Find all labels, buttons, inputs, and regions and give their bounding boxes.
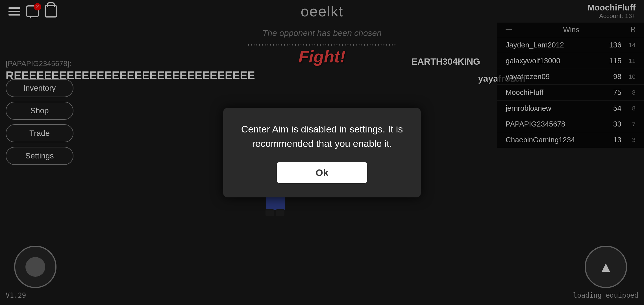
center-aim-modal: Center Aim is disabled in settings. It i… [223, 108, 421, 197]
modal-ok-button[interactable]: Ok [277, 162, 367, 183]
modal-overlay: Center Aim is disabled in settings. It i… [0, 0, 644, 305]
modal-message: Center Aim is disabled in settings. It i… [240, 122, 404, 151]
